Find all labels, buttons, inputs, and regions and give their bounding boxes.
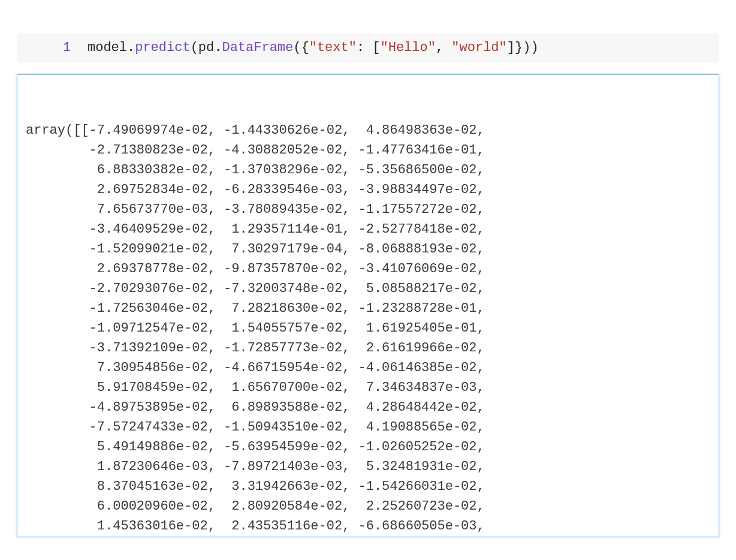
code-token: predict (135, 40, 190, 55)
output-line: 1.45363016e-02, 2.43535116e-02, -6.68660… (26, 516, 710, 536)
output-line: 7.65673770e-03, -3.78089435e-02, -1.1755… (26, 200, 710, 219)
code-token: , (436, 40, 451, 55)
code-token: "Hello" (381, 40, 436, 55)
code-token: model. (88, 40, 135, 55)
code-token: ] (507, 40, 515, 55)
code-token: : [ (357, 40, 381, 55)
output-line: -1.72563046e-02, 7.28218630e-02, -1.2328… (26, 299, 710, 318)
output-line: -2.71380823e-02, -4.30882052e-02, -1.477… (26, 140, 710, 160)
code-token: ) (523, 40, 530, 55)
code-token: pd. (198, 40, 222, 55)
code-line[interactable]: model.predict(pd.DataFrame({"text": ["He… (88, 38, 539, 58)
code-token: ( (191, 40, 198, 55)
code-token: "world" (451, 40, 506, 55)
code-cell[interactable]: 1 model.predict(pd.DataFrame({"text": ["… (17, 34, 719, 62)
notebook-page: 1 model.predict(pd.DataFrame({"text": ["… (0, 0, 736, 552)
code-token: "text" (309, 40, 357, 55)
output-line: 2.69752834e-02, -6.28339546e-03, -3.9883… (26, 180, 710, 200)
output-line: 8.37045163e-02, 3.31942663e-02, -1.54266… (26, 477, 710, 496)
output-line: 1.87230646e-03, -7.89721403e-03, 5.32481… (26, 457, 710, 477)
resize-grip-icon[interactable] (707, 525, 717, 535)
output-line: 6.88330382e-02, -1.37038296e-02, -5.3568… (26, 160, 710, 180)
code-token: ( (293, 40, 301, 55)
output-line: array([[-7.49069974e-02, -1.44330626e-02… (26, 121, 710, 140)
output-line: -1.09712547e-02, 1.54055757e-02, 1.61925… (26, 318, 710, 338)
code-token: } (515, 40, 523, 55)
code-token: { (301, 40, 309, 55)
output-line: -3.46409529e-02, 1.29357114e-01, -2.5277… (26, 219, 710, 239)
code-token: DataFrame (222, 40, 293, 55)
line-number: 1 (17, 38, 88, 58)
output-line: -3.71392109e-02, -1.72857773e-02, 2.6161… (26, 338, 710, 358)
output-line: 7.30954856e-02, -4.66715954e-02, -4.0614… (26, 358, 710, 378)
output-line: -7.57247433e-02, -1.50943510e-02, 4.1908… (26, 417, 710, 437)
output-line: 5.91708459e-02, 1.65670700e-02, 7.346348… (26, 378, 710, 398)
output-line: 2.69378778e-02, -9.87357870e-02, -3.4107… (26, 259, 710, 279)
output-line: -2.70293076e-02, -7.32003748e-02, 5.0858… (26, 279, 710, 299)
output-line: 6.00020960e-02, 2.80920584e-02, 2.252607… (26, 496, 710, 516)
output-line: -4.89753895e-02, 6.89893588e-02, 4.28648… (26, 398, 710, 417)
output-line: 5.49149886e-02, -5.63954599e-02, -1.0260… (26, 437, 710, 457)
output-line: -1.52099021e-02, 7.30297179e-04, -8.0688… (26, 239, 710, 259)
output-cell[interactable]: array([[-7.49069974e-02, -1.44330626e-02… (17, 74, 719, 537)
code-token: ) (530, 40, 538, 55)
